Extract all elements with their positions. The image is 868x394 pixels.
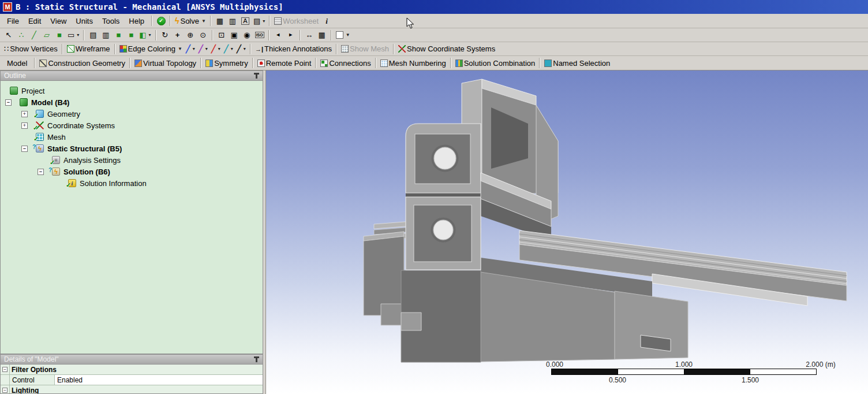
image-capture-button[interactable]: ▤ ▾	[252, 14, 267, 27]
image-dropdown-icon[interactable]: ▾	[263, 18, 265, 24]
virtual-topology-icon	[134, 60, 142, 67]
mesh-numbering-button[interactable]: Mesh Numbering	[379, 57, 448, 69]
solve-status-button[interactable]: ✔	[155, 14, 167, 27]
result-grid-icon: ▦	[216, 17, 223, 25]
vertex-filter-button[interactable]: ∴	[15, 29, 28, 42]
solve-button[interactable]: ϟ Solve ▼	[173, 14, 208, 27]
edge-direction-button-1[interactable]: ╱ ▾	[184, 43, 197, 55]
label-tool-button[interactable]: ▤	[87, 29, 99, 42]
box-select-dropdown-icon[interactable]: ▾	[77, 32, 79, 38]
rotate-button[interactable]: ↻	[159, 29, 171, 42]
dropdown-icon[interactable]: ▾	[218, 46, 220, 51]
edge-direction-button-5[interactable]: ╱ ▾	[235, 43, 248, 55]
collapse-expander-icon[interactable]	[21, 146, 28, 152]
tree-item-solution[interactable]: ϟ Solution (B6)	[1, 166, 263, 177]
expand-expander-icon[interactable]	[21, 122, 28, 129]
collapse-expander-icon[interactable]	[38, 169, 44, 175]
menu-tools[interactable]: Tools	[98, 15, 124, 27]
mesh-numbering-label: Mesh Numbering	[389, 59, 446, 68]
virtual-topology-button[interactable]: Virtual Topology	[133, 57, 198, 69]
remote-point-button[interactable]: Remote Point	[256, 57, 313, 69]
result-tool-button[interactable]: ▦	[214, 14, 226, 27]
menu-file[interactable]: File	[2, 15, 24, 27]
symmetry-button[interactable]: Symmetry	[204, 57, 250, 69]
color-swatch-button[interactable]: ▼	[334, 29, 352, 42]
tree-item-mesh[interactable]: Mesh	[1, 131, 263, 143]
annotation-tool-button[interactable]: A	[239, 14, 252, 27]
body-select-button[interactable]: ■	[112, 29, 125, 42]
collapse-expander-icon[interactable]	[5, 99, 12, 106]
zoom-to-fit-button[interactable]: ▣	[228, 29, 241, 42]
extend-dropdown-icon[interactable]: ▾	[149, 32, 151, 38]
show-vertices-button[interactable]: ∷ Show Vertices	[2, 43, 59, 55]
label-3d-tool-button[interactable]: ▥	[99, 29, 112, 42]
tag-button[interactable]: ▦	[316, 29, 328, 42]
edge-direction-button-2[interactable]: ╱ ▾	[197, 43, 209, 55]
show-coordinate-systems-button[interactable]: Show Coordinate Systems	[396, 43, 497, 55]
details-category-filter-options[interactable]: Filter Options	[1, 365, 263, 375]
edge-direction-button-4[interactable]: ╱ ▾	[222, 43, 235, 55]
dropdown-icon[interactable]: ▾	[244, 46, 246, 51]
remote-point-label: Remote Point	[266, 59, 312, 68]
details-category-lighting[interactable]: Lighting	[1, 385, 263, 394]
menu-help[interactable]: Help	[124, 15, 149, 27]
previous-view-button[interactable]: ◄	[272, 29, 285, 42]
dropdown-icon[interactable]: ▾	[231, 46, 233, 51]
menu-view[interactable]: View	[46, 15, 71, 27]
wireframe-button[interactable]: Wireframe	[65, 43, 112, 55]
edge-coloring-button[interactable]: Edge Coloring ▼	[118, 43, 184, 55]
connections-button[interactable]: Connections	[319, 57, 372, 69]
swatch-dropdown-icon[interactable]: ▼	[346, 32, 350, 38]
mouse-cursor	[406, 18, 414, 29]
image-icon: ▤	[253, 17, 260, 25]
pin-icon[interactable]	[256, 73, 257, 79]
solution-combination-button[interactable]: Solution Combination	[454, 57, 537, 69]
static-structural-icon: ϟ	[36, 144, 44, 153]
dropdown-icon[interactable]: ▾	[205, 46, 208, 51]
scale-label-05: 0.500	[609, 376, 626, 384]
tree-item-analysis-settings[interactable]: ≡ Analysis Settings	[1, 154, 263, 166]
box-zoom-button[interactable]: ⊡	[215, 29, 228, 42]
multi-body-select-button[interactable]: ■	[125, 29, 137, 42]
zoom-out-button[interactable]: ⊙	[197, 29, 209, 42]
tree-item-project[interactable]: Project	[1, 85, 263, 96]
face-filter-button[interactable]: ▱	[40, 29, 53, 42]
dropdown-icon[interactable]: ▾	[193, 46, 195, 51]
tree-item-model[interactable]: Model (B4)	[1, 96, 263, 108]
body-filter-button[interactable]: ■	[53, 29, 66, 42]
tree-item-coordinate-systems[interactable]: Coordinate Systems	[1, 120, 263, 131]
select-box-button[interactable]: ▭ ▾	[66, 29, 81, 42]
zoom-in-button[interactable]: ⊕	[184, 29, 197, 42]
edge-direction-button-3[interactable]: ╱ ▾	[209, 43, 222, 55]
property-value[interactable]: Enabled	[55, 375, 263, 385]
expand-expander-icon[interactable]	[21, 111, 28, 117]
next-view-button[interactable]: ►	[285, 29, 297, 42]
magnifier-button[interactable]: ◉	[241, 29, 253, 42]
tree-item-geometry[interactable]: Geometry	[1, 108, 263, 120]
tree-item-solution-information[interactable]: i Solution Information	[1, 177, 263, 189]
zoom-fit-icon: ▣	[230, 31, 237, 39]
separator	[393, 44, 394, 54]
edge-coloring-dropdown-icon[interactable]: ▼	[178, 46, 182, 51]
edge-filter-button[interactable]: ╱	[28, 29, 40, 42]
geometry-viewport[interactable]: 0.000 1.000 2.000 (m) 0.500 1.500	[266, 70, 868, 394]
construction-geometry-button[interactable]: Construction Geometry	[38, 57, 127, 69]
menu-edit[interactable]: Edit	[24, 15, 46, 27]
thicken-annotations-button[interactable]: →| Thicken Annotations	[253, 43, 334, 55]
info-button[interactable]: i	[320, 14, 333, 27]
measure-button[interactable]: ↔	[303, 29, 316, 42]
chart-tool-button[interactable]: ▥	[226, 14, 239, 27]
tree-item-static-structural[interactable]: ϟ Static Structural (B5)	[1, 143, 263, 154]
collapse-expander-icon[interactable]	[2, 367, 8, 372]
named-selection-button[interactable]: Named Selection	[542, 57, 612, 69]
pan-button[interactable]: +	[171, 29, 184, 42]
solve-dropdown-icon[interactable]: ▼	[201, 18, 206, 24]
pin-icon[interactable]	[256, 357, 257, 362]
coordinate-systems-icon	[36, 121, 44, 129]
iso-view-button[interactable]: ISO	[253, 29, 266, 42]
select-mode-button[interactable]: ↖	[2, 29, 15, 42]
extend-selection-button[interactable]: ◧ ▾	[137, 29, 152, 42]
menu-units[interactable]: Units	[71, 15, 98, 27]
separator	[210, 16, 211, 26]
collapse-expander-icon[interactable]	[2, 388, 8, 393]
